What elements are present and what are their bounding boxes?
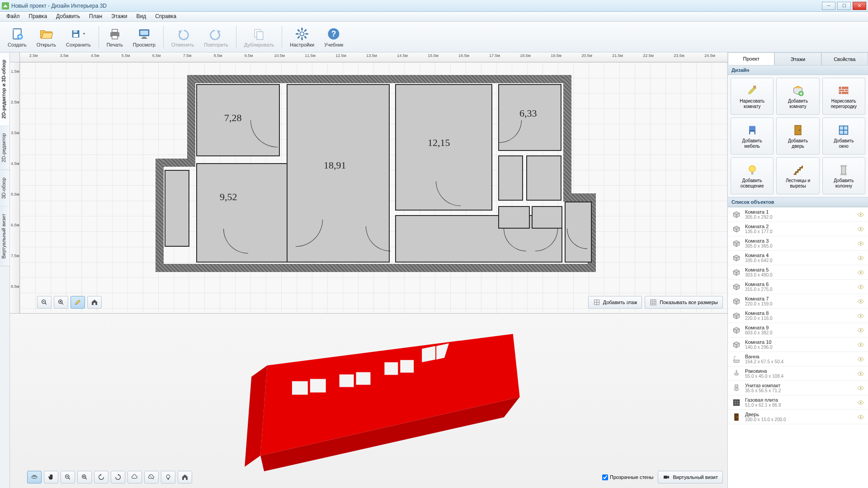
- room-icon: [731, 224, 741, 234]
- manual-button[interactable]: Учебник: [320, 24, 347, 50]
- app-icon: [2, 2, 9, 9]
- object-row[interactable]: Раковина55.0 x 45.0 x 108.4: [728, 366, 868, 381]
- visibility-icon[interactable]: [857, 327, 864, 334]
- object-row[interactable]: Комната 1305.0 x 292.0: [728, 207, 868, 222]
- menu-этажи[interactable]: Этажи: [107, 12, 132, 21]
- open-button[interactable]: Открыть: [33, 24, 60, 50]
- titlebar: Новый проект - Дизайн Интерьера 3D ─ ☐ ✕: [0, 0, 868, 12]
- floppy-icon: ▼: [71, 27, 85, 41]
- visibility-icon[interactable]: [857, 399, 864, 406]
- toolcard-door[interactable]: Добавитьдверь: [776, 117, 819, 155]
- shadows-button[interactable]: [127, 471, 142, 483]
- object-row[interactable]: Комната 8220.0 x 116.0: [728, 309, 868, 323]
- canvas-2d[interactable]: 7,28 9,52 18,91 12,15 6,33: [20, 62, 727, 313]
- chair-icon: [745, 123, 759, 137]
- svg-marker-61: [422, 346, 435, 362]
- home-3d-button[interactable]: [178, 471, 192, 483]
- room-small-2[interactable]: [526, 155, 561, 201]
- room-icon: [731, 210, 741, 220]
- object-row[interactable]: Комната 10140.0 x 296.0: [728, 338, 868, 352]
- menu-правка[interactable]: Правка: [24, 12, 52, 21]
- toolcard-chair[interactable]: Добавитьмебель: [731, 117, 774, 155]
- room-balcony-left[interactable]: [165, 170, 189, 247]
- virtual-visit-button[interactable]: Виртуальный визит: [658, 471, 723, 483]
- side-tab-Этажи[interactable]: Этажи: [774, 52, 821, 65]
- rotate-right-button[interactable]: [111, 471, 125, 483]
- menu-вид[interactable]: Вид: [132, 12, 151, 21]
- object-row[interactable]: Комната 2135.0 x 177.0: [728, 222, 868, 236]
- toolcard-room-add[interactable]: Добавитькомнату: [776, 78, 819, 115]
- object-row[interactable]: Дверь100.0 x 15.0 x 200.0: [728, 410, 868, 424]
- maximize-button[interactable]: ☐: [837, 2, 851, 10]
- rotate-left-button[interactable]: [94, 471, 108, 483]
- settings-button[interactable]: Настройки: [286, 24, 318, 50]
- visibility-icon[interactable]: [857, 240, 864, 247]
- visibility-icon[interactable]: [857, 356, 864, 363]
- left-tab-2[interactable]: 3D-обзор: [0, 170, 9, 206]
- menu-справка[interactable]: Справка: [151, 12, 181, 21]
- visibility-icon[interactable]: [857, 312, 864, 319]
- pan-button[interactable]: [44, 471, 58, 483]
- visibility-icon[interactable]: [857, 225, 864, 233]
- panel-3d[interactable]: Прозрачные стены Виртуальный визит: [10, 313, 727, 488]
- minimize-button[interactable]: ─: [822, 2, 835, 10]
- visibility-icon[interactable]: [857, 413, 864, 421]
- column-icon: [837, 163, 850, 177]
- visibility-icon[interactable]: [857, 341, 864, 348]
- zoom-out-button[interactable]: [37, 296, 52, 309]
- toolcard-wall[interactable]: Нарисоватьперегородку: [822, 78, 865, 115]
- draw-tool-button[interactable]: [71, 296, 85, 309]
- room-hall-2[interactable]: [532, 206, 562, 229]
- toolbar-separator: [236, 26, 236, 48]
- home-view-button[interactable]: [87, 296, 102, 309]
- toolcard-bulb[interactable]: Добавитьосвещение: [731, 157, 774, 194]
- preview-button[interactable]: Просмотр: [129, 24, 160, 50]
- zoom-in-button[interactable]: [54, 296, 68, 309]
- zoom-in-3d-button[interactable]: [77, 471, 92, 483]
- object-row[interactable]: Ванна154.2 x 67.5 x 50.4: [728, 352, 868, 366]
- orbit-360-button[interactable]: [27, 471, 42, 483]
- room-hall-1[interactable]: [498, 206, 530, 229]
- object-row[interactable]: Комната 6315.0 x 275.0: [728, 280, 868, 294]
- close-button[interactable]: ✕: [853, 2, 866, 10]
- visibility-icon[interactable]: [857, 370, 864, 377]
- print-button[interactable]: Печать: [103, 24, 127, 50]
- toolcard-stairs[interactable]: Лестницы ивырезы: [776, 157, 819, 194]
- room-small-1[interactable]: [498, 155, 523, 201]
- object-row[interactable]: Газовая плита51.0 x 62.1 x 86.9: [728, 395, 868, 410]
- show-all-dims-button[interactable]: Показывать все размеры: [645, 296, 723, 309]
- lighting-button[interactable]: [161, 471, 175, 483]
- add-floor-button[interactable]: Добавить этаж: [588, 296, 642, 309]
- side-tab-Проект[interactable]: Проект: [728, 52, 774, 65]
- visibility-icon[interactable]: [857, 283, 864, 291]
- visibility-icon[interactable]: [857, 385, 864, 392]
- visibility-icon[interactable]: [857, 211, 864, 218]
- visibility-icon[interactable]: [857, 269, 864, 276]
- object-row[interactable]: Унитаз компакт35.6 x 56.5 x 71.2: [728, 381, 868, 395]
- create-button[interactable]: Создать: [4, 24, 31, 50]
- room-icon: [731, 325, 741, 335]
- object-row[interactable]: Комната 7220.0 x 159.0: [728, 294, 868, 309]
- left-tab-1[interactable]: 2D-редактор: [0, 126, 9, 170]
- room-icon: [731, 267, 741, 277]
- left-tab-0[interactable]: 2D-редактор и 3D-обзор: [0, 52, 9, 126]
- visibility-icon[interactable]: [857, 298, 864, 305]
- toolcard-column[interactable]: Добавитьколонну: [822, 157, 865, 194]
- object-row[interactable]: Комната 9603.0 x 382.0: [728, 323, 868, 338]
- help-icon: [326, 27, 341, 41]
- side-tab-Свойства[interactable]: Свойства: [821, 52, 868, 65]
- object-row[interactable]: Комната 5303.0 x 480.0: [728, 265, 868, 280]
- left-tab-3[interactable]: Виртуальный визит: [0, 206, 9, 267]
- menu-план[interactable]: План: [85, 12, 107, 21]
- object-row[interactable]: Комната 3305.0 x 365.0: [728, 236, 868, 251]
- menu-добавить[interactable]: Добавить: [52, 12, 85, 21]
- object-row[interactable]: Комната 4335.0 x 642.0: [728, 251, 868, 265]
- save-button[interactable]: ▼Сохранить: [62, 24, 95, 50]
- toolcard-brush[interactable]: Нарисоватькомнату: [731, 78, 774, 115]
- visibility-icon[interactable]: [857, 254, 864, 262]
- no-shadows-button[interactable]: [144, 471, 159, 483]
- toolcard-window[interactable]: Добавитьокно: [822, 117, 865, 155]
- menu-файл[interactable]: Файл: [2, 12, 24, 21]
- transparent-walls-checkbox[interactable]: Прозрачные стены: [602, 474, 653, 480]
- zoom-out-3d-button[interactable]: [61, 471, 75, 483]
